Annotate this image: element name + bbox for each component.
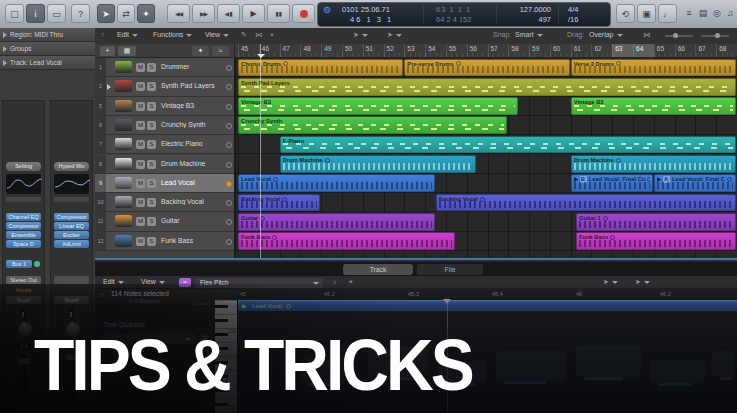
mute-button[interactable]: M	[136, 237, 145, 246]
plugin-slot-exciter[interactable]: Exciter	[54, 231, 89, 239]
ruler-bar-51[interactable]: 51	[363, 44, 384, 58]
region-lead-vocal[interactable]: Lead Vocal	[238, 174, 435, 192]
ruler-bar-48[interactable]: 48	[300, 44, 321, 58]
solo-button[interactable]: S	[147, 179, 156, 188]
region-guitar-1[interactable]: Guitar 1	[576, 213, 736, 231]
tab-track[interactable]: Track	[343, 264, 413, 275]
input-monitor-dot[interactable]	[226, 239, 232, 245]
ruler-bar-67[interactable]: 67	[695, 44, 716, 58]
track-header-backing-vocal[interactable]: 10MSBacking Vocal	[95, 193, 235, 212]
mute-button[interactable]: M	[136, 160, 145, 169]
ruler-bar-66[interactable]: 66	[675, 44, 696, 58]
solo-button[interactable]: S	[147, 121, 156, 130]
input-monitor-dot[interactable]	[226, 219, 232, 225]
ruler-bar-49[interactable]: 49	[321, 44, 342, 58]
lcd-display[interactable]: ⚙ 0101 25.06.71 46 1 3 1 63 1 1 1 64 2 4…	[317, 2, 611, 27]
window-split-divider[interactable]	[95, 258, 737, 260]
region-funk-bass[interactable]: Funk Bass	[576, 232, 736, 250]
input-monitor-dot[interactable]	[226, 104, 232, 110]
plugin-slot-ensemble[interactable]: Ensemble	[6, 231, 41, 239]
solo-button[interactable]: S	[147, 140, 156, 149]
plugin-slot-compressor[interactable]: Compressor	[6, 222, 41, 230]
ruler-bar-56[interactable]: 56	[467, 44, 488, 58]
input-monitor-dot[interactable]	[226, 123, 232, 129]
track-inspector-header[interactable]: Track: Lead Vocal	[0, 56, 95, 70]
pointer-tool-button[interactable]: ➤	[97, 4, 115, 23]
solo-button[interactable]: S	[147, 160, 156, 169]
add-folder-button[interactable]: ▦	[118, 46, 136, 56]
add-track-button[interactable]: +	[100, 46, 115, 56]
ruler-bar-68[interactable]: 68	[716, 44, 737, 58]
crossfade-icon[interactable]: ⋈	[255, 31, 262, 39]
autopunch-button[interactable]: ▣	[637, 4, 656, 23]
ruler-bar-53[interactable]: 53	[404, 44, 425, 58]
setting-button[interactable]: Setting	[6, 162, 41, 171]
zoom-tool-icon[interactable]: ⌖	[270, 31, 274, 39]
region-chorus-drums[interactable]: Chorus Drums	[238, 59, 403, 77]
playhead[interactable]	[260, 44, 261, 258]
gain-slot[interactable]	[6, 197, 41, 202]
ruler-bar-61[interactable]: 61	[571, 44, 592, 58]
drag-menu[interactable]: Overlap	[589, 31, 623, 38]
metronome-button[interactable]: ♩	[658, 4, 677, 23]
menu-functions[interactable]: Functions	[153, 31, 192, 38]
solo-button[interactable]: S	[147, 237, 156, 246]
solo-button[interactable]: S	[147, 217, 156, 226]
advanced-tool-button[interactable]: ✦	[137, 4, 155, 23]
snap-menu[interactable]: Smart	[515, 31, 543, 38]
horizontal-zoom-slider[interactable]	[701, 35, 729, 37]
groups-inspector-header[interactable]: Groups	[0, 42, 95, 56]
region-inspector-header[interactable]: Region: MIDI Thru	[0, 28, 95, 42]
forward-button[interactable]: ▶▶	[192, 4, 215, 23]
ruler-bar-64[interactable]: 64	[633, 44, 654, 58]
send-knob[interactable]	[34, 261, 40, 267]
eq-thumbnail[interactable]	[54, 174, 89, 194]
send-slot[interactable]: Bus 1	[6, 260, 32, 268]
ruler-bar-47[interactable]: 47	[280, 44, 301, 58]
vertical-zoom-slider[interactable]	[665, 35, 693, 37]
input-monitor-dot[interactable]	[226, 162, 232, 168]
swap-tool-button[interactable]: ⇄	[117, 4, 135, 23]
gain-slot[interactable]	[54, 197, 89, 202]
mute-button[interactable]: M	[136, 140, 145, 149]
ruler-bar-50[interactable]: 50	[342, 44, 363, 58]
track-header-drum-machine[interactable]: 8MSDrum Machine	[95, 155, 235, 174]
gear-icon[interactable]: ⚙	[323, 5, 331, 15]
ruler-bar-58[interactable]: 58	[508, 44, 529, 58]
hyped-mix-button[interactable]: Hyped Mix	[54, 162, 89, 171]
mute-button[interactable]: M	[136, 179, 145, 188]
track-header-funk-bass[interactable]: 12MSFunk Bass	[95, 232, 235, 251]
list-editors-button[interactable]: ≡	[683, 4, 695, 23]
flex-view-button[interactable]: ≈	[212, 46, 229, 56]
region-guitar[interactable]: Guitar	[238, 213, 435, 231]
display-mode-button[interactable]: ▭	[47, 4, 66, 23]
menu-edit[interactable]: Edit	[117, 31, 138, 38]
track-header-crunchy-synth[interactable]: 6MSCrunchy Synth	[95, 116, 235, 135]
pencil-icon[interactable]: ✎	[241, 31, 247, 39]
back-icon[interactable]: ↑	[101, 31, 105, 38]
input-monitor-dot[interactable]	[226, 181, 232, 187]
region-e-piano[interactable]: E-Piano	[280, 136, 736, 154]
loops-button[interactable]: ◎	[711, 4, 723, 23]
ruler-bar-63[interactable]: 63	[612, 44, 633, 58]
region-pre-verse-drums[interactable]: Pre-verse Drums	[404, 59, 569, 77]
mute-button[interactable]: M	[136, 63, 145, 72]
track-header-vintage-b3[interactable]: 5MSVintage B3	[95, 97, 235, 116]
region-verse-2-drums[interactable]: Verse 2 Drums	[571, 59, 736, 77]
ruler-bar-60[interactable]: 60	[550, 44, 571, 58]
plugin-slot-adlimit[interactable]: AdLimit	[54, 240, 89, 248]
region-funk-bass[interactable]: Funk Bass	[238, 232, 455, 250]
left-click-tool-menu[interactable]: ➤	[353, 31, 368, 39]
inspector-toggle-button[interactable]: i	[26, 4, 45, 23]
input-monitor-dot[interactable]	[226, 84, 232, 90]
media-button[interactable]: ▤	[697, 4, 709, 23]
output-slot[interactable]	[54, 276, 89, 284]
solo-button[interactable]: S	[147, 82, 156, 91]
mute-button[interactable]: M	[136, 217, 145, 226]
rewind-button[interactable]: ◀◀	[167, 4, 190, 23]
region-vintage-b3[interactable]: Vintage B3	[571, 97, 736, 115]
menu-view[interactable]: View	[205, 31, 229, 38]
record-button[interactable]	[292, 4, 315, 23]
disclosure-icon[interactable]	[107, 84, 111, 90]
output-slot[interactable]: Stereo Out	[6, 276, 41, 284]
